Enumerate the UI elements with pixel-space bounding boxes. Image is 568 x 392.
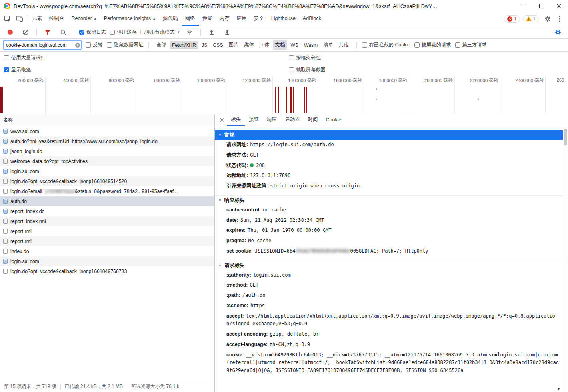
filter-type-all[interactable]: 全部 (154, 40, 169, 50)
chevron-down-icon: ▼ (177, 30, 180, 34)
tab-lighthouse[interactable]: Lighthouse (268, 12, 299, 26)
name-column-header[interactable]: 名称 (0, 114, 214, 126)
hide-data-urls-checkbox[interactable]: 隐藏数据网址 (107, 42, 144, 48)
preserve-log-checkbox[interactable]: 保留日志 (79, 29, 106, 36)
filter-type-wasm[interactable]: Wasm (302, 41, 320, 49)
filter-type-manifest[interactable]: 清单 (321, 40, 336, 50)
detail-tab-preview[interactable]: 预览 (245, 114, 263, 126)
request-row[interactable]: login.sui.com (0, 166, 214, 176)
capture-screenshots-checkbox[interactable]: 截取屏幕截图 (289, 66, 326, 73)
show-overview-checkbox[interactable]: 显示概览 (4, 66, 31, 73)
header-item: expires:Thu, 01 Jan 1970 00:00:00 GMT (215, 225, 563, 236)
tab-adblock[interactable]: AdBlock (299, 12, 325, 26)
tab-recorder[interactable]: Recorder▲ (68, 12, 100, 26)
invert-checkbox[interactable]: 反转 (86, 42, 103, 48)
filter-input[interactable] (3, 40, 82, 50)
request-row[interactable]: report_index.rmi (0, 216, 214, 226)
experiment-triangle-icon: ▲ (94, 17, 97, 20)
request-row[interactable]: report.rmi (0, 226, 214, 236)
detail-tab-initiator[interactable]: 启动器 (281, 114, 304, 126)
request-row[interactable]: login.sui.com (0, 256, 214, 266)
network-settings-button[interactable] (552, 27, 564, 38)
device-toolbar-button[interactable] (14, 13, 26, 24)
settings-button[interactable] (542, 13, 554, 24)
request-row[interactable]: index.do (0, 246, 214, 256)
close-button[interactable] (550, 0, 568, 12)
network-overview-timeline[interactable]: 200000 毫秒400000 毫秒600000 毫秒800000 毫秒1000… (0, 76, 568, 114)
warning-badge[interactable]: ! 1 (523, 15, 539, 22)
request-row[interactable]: jsonp_login.do (0, 146, 214, 156)
throttling-dropdown[interactable]: 已停用节流模式 ▼ (140, 29, 180, 36)
filter-type-fetch-xhr[interactable]: Fetch/XHR (170, 41, 198, 49)
devtools-window: DevTools - www.google.com/search?q=%E7%A… (0, 0, 568, 392)
tab-network[interactable]: 网络 (182, 12, 199, 26)
group-by-frame-checkbox[interactable]: 按框架分组 (289, 54, 320, 61)
error-icon (507, 16, 512, 22)
filter-type-ws[interactable]: WS (288, 41, 301, 49)
request-row[interactable]: report.rmi (0, 236, 214, 246)
section-header-request-headers[interactable]: ▼请求标头 (215, 261, 563, 270)
filter-button[interactable] (42, 27, 54, 38)
request-row[interactable]: login.do?email=17376573113&status=0&pass… (0, 186, 214, 196)
close-details-button[interactable] (217, 114, 227, 126)
import-har-button[interactable] (206, 27, 218, 38)
timeline-label: 400000 毫秒 (46, 76, 91, 114)
request-row[interactable]: auth.do?nnl=yes&returnUrl=https://www.su… (0, 136, 214, 146)
filter-type-js[interactable]: JS (199, 41, 210, 49)
tab-sources[interactable]: 源代码 (159, 12, 182, 26)
filter-type-doc[interactable]: 文档 (273, 40, 288, 50)
tab-performance-insights[interactable]: Performance insights▲ (100, 12, 159, 26)
record-button[interactable] (4, 27, 16, 38)
detail-tab-headers[interactable]: 标头 (227, 114, 245, 126)
tab-console[interactable]: 控制台 (46, 12, 68, 26)
section-header-general[interactable]: ▼常规 (215, 130, 563, 140)
network-filterbar: 反转 隐藏数据网址 全部Fetch/XHRJSCSS图片媒体字体文档WSWasm… (0, 39, 568, 52)
clear-button[interactable] (20, 27, 32, 38)
detail-tab-timing[interactable]: 时间 (304, 114, 322, 126)
filter-type-css[interactable]: CSS (210, 41, 225, 49)
checkbox-label: 按框架分组 (296, 54, 320, 61)
third-party-checkbox[interactable]: 第三方请求 (455, 42, 487, 48)
request-row[interactable]: login.do?opt=vccode&callback=jsonp166104… (0, 266, 214, 276)
error-badge[interactable]: 1 (504, 15, 520, 23)
detail-tab-cookies[interactable]: Cookie (322, 114, 346, 126)
request-row[interactable]: report_index.do (0, 206, 214, 216)
request-row[interactable]: login.do?opt=vccode&callback=jsonp166104… (0, 176, 214, 186)
disable-cache-checkbox[interactable]: 停用缓存 (110, 29, 136, 36)
request-row[interactable]: welcome_data.do?opt=topActivities (0, 156, 214, 166)
section-header-response-headers[interactable]: ▼响应标头 (215, 195, 563, 205)
tab-label: 元素 (32, 15, 42, 22)
clear-filter-icon[interactable] (75, 43, 80, 48)
big-request-rows-checkbox[interactable]: 使用大量请求行 (4, 54, 46, 61)
blocked-requests-checkbox[interactable]: 被屏蔽的请求 (414, 42, 451, 48)
tab-application[interactable]: 应用 (233, 12, 250, 26)
maximize-button[interactable] (532, 0, 550, 12)
network-conditions-button[interactable] (184, 27, 196, 38)
minimize-button[interactable] (514, 0, 532, 12)
blocked-cookies-checkbox[interactable]: 有已拦截的 Cookie (362, 42, 410, 48)
tab-memory[interactable]: 内存 (216, 12, 233, 26)
search-button[interactable] (57, 27, 69, 38)
tab-elements[interactable]: 元素 (28, 12, 46, 26)
request-row[interactable]: auth.do (0, 196, 214, 206)
tab-label: AdBlock (303, 16, 321, 21)
scrollbar-thumb[interactable] (564, 129, 567, 145)
filter-type-img[interactable]: 图片 (226, 40, 241, 50)
network-conditions-icon (186, 30, 193, 35)
tab-performance[interactable]: 性能 (199, 12, 216, 26)
request-name: report.rmi (10, 239, 32, 244)
tab-label: 性能 (202, 15, 212, 22)
tab-security[interactable]: 安全 (250, 12, 268, 26)
inspect-element-button[interactable] (2, 13, 14, 24)
document-icon (3, 129, 8, 134)
filter-type-font[interactable]: 字体 (257, 40, 272, 50)
divider (200, 29, 201, 36)
filter-type-media[interactable]: 媒体 (242, 40, 256, 50)
export-har-button[interactable] (221, 27, 233, 38)
window-title: DevTools - www.google.com/search?q=%E7%A… (14, 3, 511, 9)
more-menu-button[interactable] (554, 13, 566, 24)
filter-type-other[interactable]: 其他 (336, 40, 351, 50)
detail-tab-response[interactable]: 响应 (263, 114, 281, 126)
details-scrollbar[interactable] (563, 126, 568, 392)
request-row[interactable]: www.sui.com (0, 126, 214, 136)
